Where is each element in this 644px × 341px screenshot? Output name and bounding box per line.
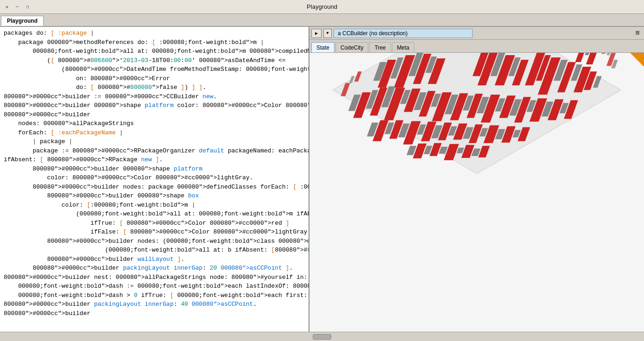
city-visualization [309, 53, 644, 332]
close-button[interactable]: ✕ [4, 4, 10, 10]
minimize-button[interactable]: — [14, 4, 20, 10]
right-tabs: State CodeCity Tree Meta [309, 40, 644, 53]
tab-codecity[interactable]: CodeCity [335, 42, 368, 52]
svg-rect-104 [413, 144, 427, 158]
main-content: Playground packages do: [ :package | pac… [0, 14, 644, 341]
run-button[interactable]: ▶ [311, 29, 322, 38]
tab-meta[interactable]: Meta [392, 42, 415, 52]
window-title: Playground [307, 3, 337, 10]
tab-state[interactable]: State [311, 42, 335, 52]
title-bar: ✕ — ❐ Playground [0, 0, 644, 14]
right-panel: ▶ ▼ a CCBuilder (no description) ≡ State… [309, 27, 644, 332]
right-top-bar: ▶ ▼ a CCBuilder (no description) ≡ [309, 27, 644, 40]
tab-tree[interactable]: Tree [369, 42, 391, 52]
dropdown-button[interactable]: ▼ [323, 29, 332, 38]
tab-bar: Playground [0, 14, 644, 27]
orange-triangle-indicator [630, 53, 644, 67]
window-controls: ✕ — ❐ [4, 4, 31, 10]
bottom-bar [0, 332, 644, 341]
scroll-handle[interactable] [313, 334, 331, 340]
split-pane: packages do: [ :package | package 000080… [0, 27, 644, 332]
tab-playground[interactable]: Playground [1, 16, 44, 26]
result-label: a CCBuilder (no description) [334, 29, 473, 38]
code-panel[interactable]: packages do: [ :package | package 000080… [0, 27, 309, 332]
code-content: packages do: [ :package | package 000080… [0, 29, 309, 318]
doc-icon[interactable]: ≡ [633, 29, 642, 38]
viz-area [309, 53, 644, 332]
maximize-button[interactable]: ❐ [24, 4, 31, 10]
